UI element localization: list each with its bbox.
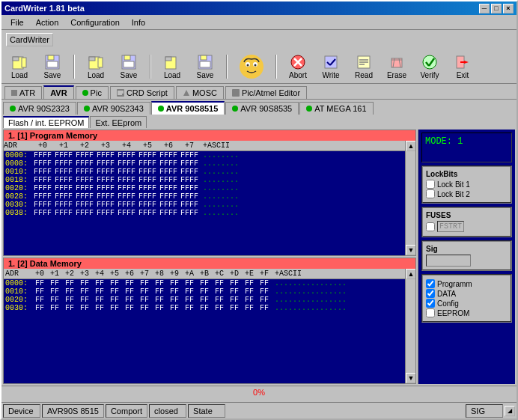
data-scroll-up[interactable]: ▲ xyxy=(406,269,415,279)
sig-input[interactable] xyxy=(426,255,471,267)
toolbar-exit-button[interactable]: Exit xyxy=(448,51,478,82)
prog-row-0000: 0000: FFFFFFFFFFFFFFFFFFFFFFFFFFFFFFFF .… xyxy=(4,151,405,159)
data-memory-col-headers: ADR +0+1+2+3+4+5+6+7+8+9+A+B+C+D+E+F +AS… xyxy=(4,269,405,279)
erase-icon xyxy=(388,53,406,71)
save3-icon xyxy=(196,53,214,71)
prog-scroll-up[interactable]: ▲ xyxy=(406,141,415,151)
maximize-button[interactable]: □ xyxy=(491,4,502,13)
svg-point-54 xyxy=(158,106,164,112)
toolbar-read-button[interactable]: Read xyxy=(349,51,379,82)
program-memory-col-headers: ADR +0 +1 +2 +3 +4 +5 +6 +7 +ASCII xyxy=(4,141,405,151)
lockbit2-checkbox[interactable] xyxy=(426,189,435,198)
save1-icon xyxy=(43,53,61,71)
toolbar: Load Save Load Save Load xyxy=(1,49,517,84)
toolbar-save1-button[interactable]: Save xyxy=(37,51,67,82)
menu-action[interactable]: Action xyxy=(30,16,65,28)
programm-checkbox[interactable] xyxy=(426,279,435,288)
load3-icon xyxy=(163,53,181,71)
toolbar-verify-button[interactable]: Verify xyxy=(415,51,445,82)
config-row: Config xyxy=(426,299,508,308)
eeprom-checkbox[interactable] xyxy=(426,308,435,317)
data-row: DATA xyxy=(426,289,508,298)
program-memory-block: 1. [1] Program Memory ADR +0 +1 +2 +3 +4… xyxy=(3,130,416,256)
toolbar-abort-button[interactable]: Abort xyxy=(283,51,313,82)
toolbar-save3-button[interactable]: Save xyxy=(190,51,220,82)
save1-label: Save xyxy=(44,71,61,79)
menu-file[interactable]: File xyxy=(4,16,30,28)
fuses-checkbox[interactable] xyxy=(426,222,435,231)
simpsons-logo xyxy=(238,53,265,80)
lockbit1-row: Lock Bit 1 xyxy=(426,180,508,189)
lockbit2-row: Lock Bit 2 xyxy=(426,189,508,198)
abort-icon xyxy=(289,53,307,71)
config-label: Config xyxy=(437,299,459,308)
svg-rect-44 xyxy=(11,90,17,96)
tab-avr-2323[interactable]: AVR 90S2323 xyxy=(3,102,76,115)
fuses-title: FUSES xyxy=(426,211,508,219)
program-memory-header: 1. [1] Program Memory xyxy=(4,130,415,141)
svg-rect-6 xyxy=(47,61,58,67)
data-row-0010: 0010: FFFFFFFFFFFFFFFFFFFFFFFFFFFFFFFF .… xyxy=(4,287,405,296)
prog-mem-scrollbar[interactable]: ▲ ▼ xyxy=(405,141,415,255)
tab-crd-script[interactable]: CRD Script xyxy=(110,86,174,99)
fuses-checkbox-row: FSTRT xyxy=(426,221,508,232)
svg-point-56 xyxy=(306,106,312,112)
status-device: Device xyxy=(3,404,40,418)
toolbar-load1-button[interactable]: Load xyxy=(4,51,34,82)
tab-avr-2343[interactable]: AVR 90S2343 xyxy=(77,102,150,115)
menu-info[interactable]: Info xyxy=(126,16,151,28)
prog-row-0030: 0030: FFFFFFFFFFFFFFFFFFFFFFFFFFFFFFFF .… xyxy=(4,201,405,209)
status-state: State xyxy=(188,404,225,418)
tab-at-mega-161[interactable]: AT MEGA 161 xyxy=(299,102,373,115)
eeprom-label: EEPROM xyxy=(437,309,469,317)
main-window: CardWriter 1.81 beta ─ □ × File Action C… xyxy=(0,0,518,420)
title-bar: CardWriter 1.81 beta ─ □ × xyxy=(1,1,517,15)
data-row-0030: 0030: FFFFFFFFFFFFFFFFFFFFFFFFFFFFFFFF .… xyxy=(4,304,405,312)
cardwriter-tab[interactable]: CardWriter xyxy=(6,33,53,46)
progress-label: 0% xyxy=(253,388,265,397)
minimize-button[interactable]: ─ xyxy=(479,4,490,13)
toolbar-erase-button[interactable]: Erase xyxy=(382,51,412,82)
close-button[interactable]: × xyxy=(503,4,514,13)
svg-rect-5 xyxy=(48,55,54,60)
tab-atr[interactable]: ATR xyxy=(4,86,42,99)
toolbar-tab-row: CardWriter xyxy=(1,30,517,49)
prog-row-0038: 0038: FFFFFFFFFFFFFFFFFFFFFFFFFFFFFFFF .… xyxy=(4,209,405,217)
tab-flash-eeprom[interactable]: Flash / int. EEPROM xyxy=(3,116,89,128)
config-checkbox[interactable] xyxy=(426,299,435,308)
svg-rect-1 xyxy=(13,57,19,61)
mode-display: MODE: 1 xyxy=(421,133,512,162)
menu-configuration[interactable]: Configuration xyxy=(64,16,125,28)
sig-label: Sig xyxy=(426,245,508,253)
tab-mosc[interactable]: MOSC xyxy=(176,86,224,99)
prog-scroll-down[interactable]: ▼ xyxy=(406,245,415,255)
window-title: CardWriter 1.81 beta xyxy=(4,4,85,13)
lockbit1-checkbox[interactable] xyxy=(426,180,435,189)
data-checkbox[interactable] xyxy=(426,289,435,298)
save3-label: Save xyxy=(197,71,214,79)
tab-ext-eeprom[interactable]: Ext. EEprom xyxy=(90,116,147,128)
tab-pic[interactable]: Pic xyxy=(76,86,109,99)
tab-avr-8515[interactable]: AVR 90S8515 xyxy=(151,101,225,115)
tab-pic-atmel[interactable]: Pic/Atmel Editor xyxy=(225,86,307,99)
lockbit2-label: Lock Bit 2 xyxy=(437,190,470,198)
write-icon xyxy=(322,53,340,71)
toolbar-write-button[interactable]: Write xyxy=(316,51,346,82)
prog-row-0020: 0020: FFFFFFFFFFFFFFFFFFFFFFFFFFFFFFFF .… xyxy=(4,184,405,192)
data-mem-scrollbar[interactable]: ▲ ▼ xyxy=(405,269,415,383)
read-icon xyxy=(355,53,373,71)
svg-point-19 xyxy=(240,55,263,79)
tab-avr-8535[interactable]: AVR 90S8535 xyxy=(225,102,299,115)
tab-avr[interactable]: AVR xyxy=(43,85,73,99)
toolbar-load3-button[interactable]: Load xyxy=(157,51,187,82)
svg-rect-12 xyxy=(124,55,130,60)
exit-icon xyxy=(454,53,472,71)
svg-rect-51 xyxy=(232,89,240,97)
verify-icon xyxy=(421,53,439,71)
toolbar-save2-button[interactable]: Save xyxy=(114,51,144,82)
fuses-display: FSTRT xyxy=(437,221,464,232)
data-scroll-down[interactable]: ▼ xyxy=(406,373,415,383)
programm-label: Programm xyxy=(437,280,472,288)
toolbar-load2-button[interactable]: Load xyxy=(81,51,111,82)
resize-button[interactable]: ◢ xyxy=(505,406,515,416)
